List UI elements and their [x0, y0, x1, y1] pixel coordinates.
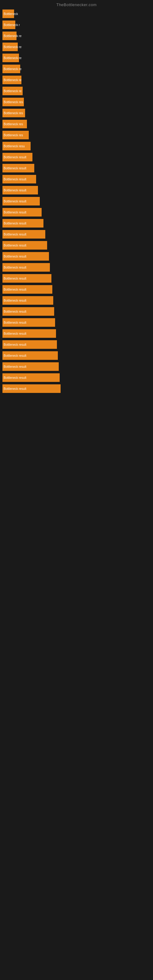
bar-row: Bottleneck re: [0, 41, 153, 52]
bar-label: Bottleneck result: [4, 277, 26, 280]
bar-row: Bottleneck result53.3: [0, 350, 153, 361]
bar-row: Bottleneck result51: [0, 284, 153, 295]
bar-label: Bottleneck result: [4, 222, 26, 225]
bar-label: Bottleneck result: [4, 387, 26, 390]
bar-row: Bottleneck result52.: [0, 339, 153, 350]
bar-label: Bottleneck re: [4, 56, 21, 60]
bar-row: Bottleneck result: [0, 207, 153, 218]
bar-row: Bottleneck result: [0, 240, 153, 251]
bar-label: Bottleneck re: [4, 78, 21, 82]
bars-container: BottleneckBottleneck rBottleneck reBottl…: [0, 8, 153, 394]
bar-row: Bottleneck result: [0, 251, 153, 262]
bar-label: Bottleneck result: [4, 200, 26, 203]
bar-label: Bottleneck result: [4, 332, 26, 335]
bar-row: Bottleneck result49: [0, 295, 153, 306]
bar-row: Bottleneck: [0, 8, 153, 19]
bar-label: Bottleneck res: [4, 123, 23, 126]
bar-label: Bottleneck re: [4, 45, 21, 49]
bar-label: Bottleneck result: [4, 365, 26, 368]
bar-label: Bottleneck res: [4, 100, 23, 104]
bar-row: Bottleneck re: [0, 52, 153, 64]
bar-row: Bottleneck result53.7: [0, 361, 153, 372]
bar-row: Bottleneck result52.: [0, 383, 153, 394]
bar-row: Bottleneck result54.2: [0, 372, 153, 383]
bar-label: Bottleneck result: [4, 178, 26, 181]
bar-label: Bottleneck result: [4, 310, 26, 313]
bar-row: Bottleneck re: [0, 86, 153, 97]
bar-label: Bottleneck re: [4, 89, 21, 93]
bar-row: Bottleneck re: [0, 75, 153, 86]
bar-row: Bottleneck re: [0, 64, 153, 75]
bar-row: Bottleneck re: [0, 30, 153, 41]
bar-label: Bottleneck result: [4, 299, 26, 302]
bar-row: Bottleneck resu: [0, 140, 153, 151]
bar-row: Bottleneck result: [0, 151, 153, 162]
bar-row: Bottleneck result: [0, 162, 153, 173]
bar-label: Bottleneck result: [4, 321, 26, 324]
bar-row: Bottleneck r: [0, 19, 153, 30]
bar-label: Bottleneck: [4, 12, 18, 16]
bar-label: Bottleneck re: [4, 34, 21, 38]
bar-row: Bottleneck result: [0, 173, 153, 185]
bar-label: Bottleneck result: [4, 211, 26, 214]
bar-label: Bottleneck result: [4, 233, 26, 236]
bar-label: Bottleneck result: [4, 189, 26, 192]
bar-label: Bottleneck result: [4, 288, 26, 291]
bar-row: Bottleneck result49: [0, 273, 153, 284]
bar-row: Bottleneck result: [0, 185, 153, 196]
bar-label: Bottleneck result: [4, 167, 26, 170]
site-title: TheBottlenecker.com: [0, 0, 153, 8]
bar-label: Bottleneck result: [4, 156, 26, 159]
bar-row: Bottleneck res: [0, 130, 153, 140]
bar-label: Bottleneck res: [4, 111, 23, 115]
bar-row: Bottleneck result4: [0, 262, 153, 273]
bar-label: Bottleneck result: [4, 354, 26, 357]
bar-row: Bottleneck result: [0, 196, 153, 207]
bar-label: Bottleneck r: [4, 23, 20, 27]
bar-row: Bottleneck res: [0, 108, 153, 119]
bar-row: Bottleneck result: [0, 218, 153, 229]
bar-label: Bottleneck result: [4, 343, 26, 346]
bar-label: Bottleneck res: [4, 134, 23, 137]
bar-row: Bottleneck result53%: [0, 328, 153, 339]
bar-label: Bottleneck re: [4, 67, 21, 71]
bar-label: Bottleneck result: [4, 255, 26, 258]
bar-row: Bottleneck result: [0, 229, 153, 240]
bar-row: Bottleneck res: [0, 97, 153, 108]
bar-row: Bottleneck res: [0, 119, 153, 130]
bar-label: Bottleneck result: [4, 244, 26, 247]
bar-label: Bottleneck result: [4, 376, 26, 379]
bar-label: Bottleneck resu: [4, 145, 25, 148]
bar-row: Bottleneck result4: [0, 306, 153, 317]
bar-row: Bottleneck result51: [0, 317, 153, 328]
bar-label: Bottleneck result: [4, 266, 26, 269]
